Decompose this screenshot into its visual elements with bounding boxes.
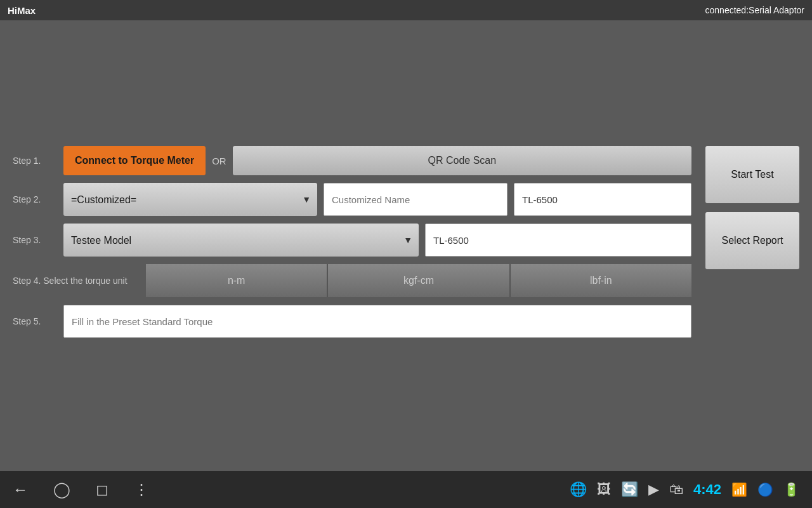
nav-left: ← ◯ ◻ ⋮ (13, 481, 149, 498)
bag-icon: 🛍 (669, 481, 683, 498)
qr-code-scan-button[interactable]: QR Code Scan (233, 146, 691, 175)
torque-unit-kgfcm-button[interactable]: kgf-cm (328, 264, 510, 297)
customized-select[interactable]: =Customized= (63, 183, 317, 216)
preset-standard-torque-input[interactable] (63, 305, 691, 338)
step1-label: Step 1. (13, 156, 57, 166)
more-options-icon[interactable]: ⋮ (134, 481, 149, 498)
step2-row: Step 2. =Customized= ▼ (13, 183, 691, 216)
step4-label: Step 4. Select the torque unit (13, 276, 140, 286)
customized-name-input[interactable] (324, 183, 508, 216)
step3-label: Step 3. (13, 235, 57, 245)
tl-value-input-step3[interactable] (425, 224, 691, 257)
connect-torque-meter-button[interactable]: Connect to Torque Meter (63, 146, 206, 175)
torque-unit-nm-button[interactable]: n-m (146, 264, 328, 297)
step3-row: Step 3. Testee Model ▼ (13, 224, 691, 257)
home-icon[interactable]: ◯ (53, 481, 70, 498)
testee-select-wrapper: Testee Model ▼ (63, 224, 419, 257)
right-panel: Start Test Select Report (705, 146, 799, 269)
torque-unit-lbfin-button[interactable]: lbf-in (511, 264, 691, 297)
step5-label: Step 5. (13, 316, 57, 326)
nav-right: 🌐 🖼 🔄 ▶ 🛍 4:42 📶 🔵 🔋 (570, 481, 799, 498)
connection-status: connected:Serial Adaptor (705, 5, 804, 15)
app-name: HiMax (8, 5, 36, 16)
step5-row: Step 5. (13, 305, 691, 338)
bluetooth-icon: 🔵 (757, 482, 773, 497)
testee-model-select[interactable]: Testee Model (63, 224, 419, 257)
step4-row: Step 4. Select the torque unit n-m kgf-c… (13, 264, 691, 297)
title-bar: HiMax connected:Serial Adaptor (0, 0, 812, 20)
recents-icon[interactable]: ◻ (96, 481, 108, 498)
globe-icon: 🌐 (570, 481, 587, 498)
or-text: OR (212, 156, 226, 166)
image-icon: 🖼 (597, 481, 611, 498)
clock-display: 4:42 (693, 481, 721, 498)
wifi-icon: 📶 (731, 482, 747, 497)
nav-bar: ← ◯ ◻ ⋮ 🌐 🖼 🔄 ▶ 🛍 4:42 📶 🔵 🔋 (0, 471, 812, 508)
sync-icon: 🔄 (621, 481, 638, 498)
main-content: Step 1. Connect to Torque Meter OR QR Co… (0, 20, 812, 471)
content-wrapper: Step 1. Connect to Torque Meter OR QR Co… (13, 146, 799, 345)
tl-value-input-step2[interactable] (514, 183, 691, 216)
step1-row: Step 1. Connect to Torque Meter OR QR Co… (13, 146, 691, 175)
steps-area: Step 1. Connect to Torque Meter OR QR Co… (13, 146, 691, 338)
play-icon: ▶ (648, 481, 659, 498)
torque-unit-group: n-m kgf-cm lbf-in (146, 264, 691, 297)
step2-label: Step 2. (13, 194, 57, 204)
customized-select-wrapper: =Customized= ▼ (63, 183, 317, 216)
battery-icon: 🔋 (783, 482, 799, 497)
select-report-button[interactable]: Select Report (705, 212, 799, 269)
back-icon[interactable]: ← (13, 481, 28, 498)
start-test-button[interactable]: Start Test (705, 146, 799, 203)
